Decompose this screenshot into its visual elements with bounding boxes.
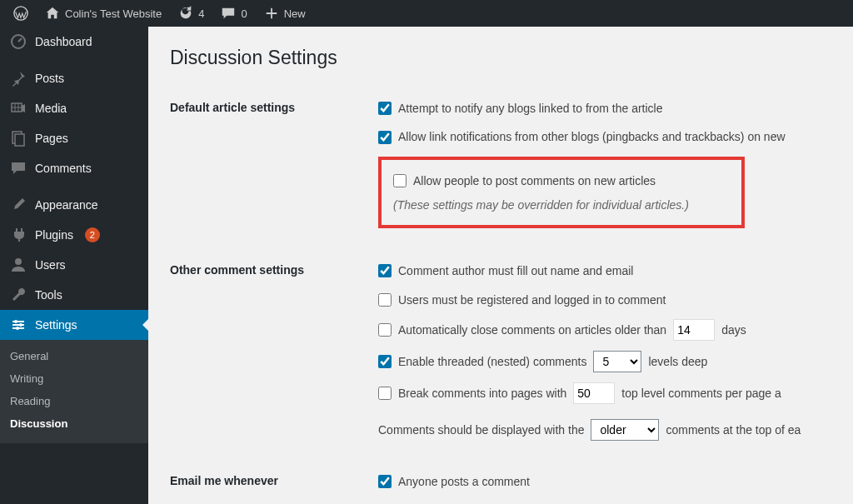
settings-form: Default article settings Attempt to noti…: [170, 87, 836, 504]
menu-label: Comments: [35, 162, 92, 175]
input-comments-per-page[interactable]: [573, 382, 615, 404]
checkbox-allow-comments[interactable]: [393, 174, 407, 187]
menu-label: Settings: [35, 318, 77, 332]
new-content-link[interactable]: New: [257, 0, 312, 27]
menu-posts[interactable]: Posts: [0, 63, 148, 93]
checkbox-author-name-email[interactable]: [378, 264, 392, 277]
label-auto-close-post: days: [721, 321, 746, 339]
highlight-annotation: Allow people to post comments on new art…: [378, 157, 745, 228]
menu-dashboard[interactable]: Dashboard: [0, 27, 148, 57]
submenu-writing[interactable]: Writing: [0, 367, 148, 390]
plugins-update-badge: 2: [85, 227, 100, 242]
input-auto-close-days[interactable]: [673, 319, 715, 341]
select-comment-order[interactable]: older: [591, 419, 659, 441]
menu-plugins[interactable]: Plugins 2: [0, 220, 148, 250]
menu-appearance[interactable]: Appearance: [0, 190, 148, 220]
label-must-register: Users must be registered and logged in t…: [398, 291, 666, 309]
brush-icon: [10, 197, 27, 213]
label-auto-close-pre: Automatically close comments on articles…: [398, 321, 666, 339]
plus-icon: [264, 6, 279, 21]
pin-icon: [10, 70, 27, 87]
menu-comments[interactable]: Comments: [0, 153, 148, 183]
select-threaded-levels[interactable]: 5: [593, 351, 641, 372]
label-threaded-pre: Enable threaded (nested) comments: [398, 352, 586, 371]
sliders-icon: [10, 317, 27, 333]
comments-link[interactable]: 0: [214, 0, 253, 27]
label-email-anyone-posts: Anyone posts a comment: [398, 472, 530, 491]
checkbox-allow-pingbacks[interactable]: [378, 131, 392, 144]
site-title: Colin's Test Website: [65, 7, 162, 20]
page-icon: [10, 130, 27, 147]
svg-rect-4: [15, 134, 24, 146]
svg-point-7: [19, 323, 22, 327]
dashboard-icon: [10, 33, 27, 50]
comment-icon: [10, 160, 27, 177]
submenu-discussion[interactable]: Discussion: [0, 412, 148, 435]
plug-icon: [10, 227, 27, 243]
wrench-icon: [10, 287, 27, 303]
menu-media[interactable]: Media: [0, 93, 148, 123]
comment-icon: [221, 6, 236, 21]
site-home-link[interactable]: Colin's Test Website: [38, 0, 168, 27]
label-paginate-post: top level comments per page a: [621, 384, 781, 402]
media-icon: [10, 100, 27, 117]
svg-point-6: [14, 320, 17, 323]
menu-tools[interactable]: Tools: [0, 280, 148, 310]
section-default-article-heading: Default article settings: [170, 87, 378, 250]
menu-label: Appearance: [35, 198, 98, 212]
admin-bar: Colin's Test Website 4 0 New: [0, 0, 853, 27]
label-notify-linked: Attempt to notify any blogs linked to fr…: [398, 99, 663, 117]
refresh-icon: [178, 6, 193, 21]
menu-label: Media: [35, 102, 67, 115]
checkbox-email-anyone-posts[interactable]: [378, 475, 392, 488]
override-note: (These settings may be overridden for in…: [393, 197, 730, 218]
label-threaded-post: levels deep: [648, 352, 707, 371]
svg-point-8: [16, 327, 19, 330]
content-area: Discussion Settings Default article sett…: [148, 27, 853, 504]
pending-comments-count: 0: [241, 7, 247, 20]
page-title: Discussion Settings: [170, 47, 836, 69]
updates-link[interactable]: 4: [172, 0, 211, 27]
svg-point-5: [15, 258, 22, 265]
label-author-name-email: Comment author must fill out name and em…: [398, 262, 633, 280]
menu-settings[interactable]: Settings: [0, 310, 148, 340]
menu-users[interactable]: Users: [0, 250, 148, 280]
submenu-reading[interactable]: Reading: [0, 390, 148, 412]
label-order-post: comments at the top of ea: [666, 421, 801, 439]
menu-label: Tools: [35, 288, 62, 302]
menu-label: Users: [35, 258, 66, 272]
wp-logo[interactable]: [7, 0, 35, 27]
checkbox-must-register[interactable]: [378, 293, 392, 307]
checkbox-auto-close[interactable]: [378, 323, 392, 337]
label-allow-comments: Allow people to post comments on new art…: [413, 172, 656, 190]
admin-sidebar: Dashboard Posts Media Pages Comments App…: [0, 27, 148, 504]
checkbox-threaded[interactable]: [378, 355, 392, 368]
home-icon: [45, 6, 60, 21]
new-label: New: [284, 7, 306, 20]
label-order-pre: Comments should be displayed with the: [378, 421, 584, 439]
label-allow-pingbacks: Allow link notifications from other blog…: [398, 127, 786, 146]
menu-label: Plugins: [35, 228, 73, 242]
menu-pages[interactable]: Pages: [0, 123, 148, 153]
menu-label: Dashboard: [35, 35, 92, 48]
menu-label: Pages: [35, 132, 68, 145]
menu-label: Posts: [35, 72, 64, 85]
label-paginate-pre: Break comments into pages with: [398, 384, 566, 402]
checkbox-notify-linked[interactable]: [378, 102, 392, 115]
settings-submenu: General Writing Reading Discussion: [0, 340, 148, 443]
section-email-me-heading: Email me whenever: [170, 461, 378, 504]
section-other-comment-heading: Other comment settings: [170, 250, 378, 461]
submenu-general[interactable]: General: [0, 345, 148, 367]
checkbox-paginate[interactable]: [378, 387, 392, 400]
updates-count: 4: [198, 7, 204, 20]
user-icon: [10, 257, 27, 273]
